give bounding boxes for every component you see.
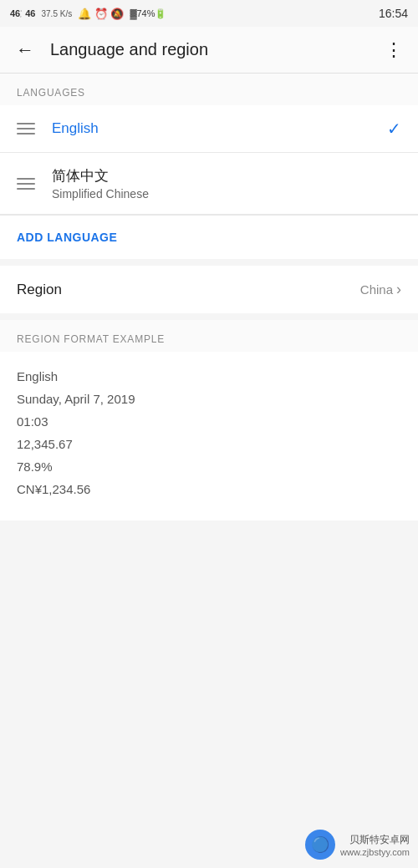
add-language-button[interactable]: ADD LANGUAGE (0, 215, 418, 259)
format-line-number: 12,345.67 (17, 433, 401, 455)
watermark-icon: 🔵 (305, 830, 335, 860)
app-bar: ← Language and region ⋮ (0, 27, 418, 74)
format-line-language: English (17, 365, 401, 388)
more-dots-icon: ⋮ (385, 39, 402, 61)
region-label: Region (17, 282, 360, 298)
add-language-label: ADD LANGUAGE (17, 231, 117, 244)
battery-status: ▓74%🔋 (130, 8, 166, 19)
watermark-site-name: 贝斯特安卓网 (340, 833, 410, 847)
more-options-button[interactable]: ⋮ (375, 32, 411, 69)
data-speed: 37.5 K/s (42, 9, 73, 18)
language-item-chinese[interactable]: 简体中文 Simplified Chinese (0, 153, 418, 215)
format-header: REGION FORMAT EXAMPLE (0, 320, 418, 352)
signal-icon-2: 46 (25, 8, 35, 18)
lang-name-english: English (52, 120, 387, 137)
lang-info-english: English (52, 120, 387, 137)
selected-checkmark-icon: ✓ (387, 119, 401, 139)
languages-header: LANGUAGES (0, 74, 418, 105)
watermark-text: 贝斯特安卓网 www.zjbstyy.com (340, 833, 410, 857)
format-line-currency: CN¥1,234.56 (17, 478, 401, 500)
format-section: REGION FORMAT EXAMPLE English Sunday, Ap… (0, 320, 418, 520)
page-title: Language and region (50, 40, 375, 59)
back-arrow-icon: ← (16, 39, 34, 61)
status-left: 46 ᷊ᷤ 46 37.5 K/s 🔔 ⏰ 🔕 ▓74%🔋 (10, 8, 166, 20)
chevron-right-icon: › (396, 281, 401, 298)
format-content: English Sunday, April 7, 2019 01:03 12,3… (0, 352, 418, 520)
watermark: 🔵 贝斯特安卓网 www.zjbstyy.com (305, 830, 410, 860)
lang-subtitle-chinese: Simplified Chinese (52, 187, 401, 201)
notification-icons: 🔔 ⏰ 🔕 (78, 8, 124, 20)
format-line-percent: 78.9% (17, 455, 401, 478)
languages-section: LANGUAGES English ✓ 简体中文 Simplified Chin… (0, 74, 418, 259)
drag-handle-chinese[interactable] (17, 178, 35, 190)
back-button[interactable]: ← (7, 32, 43, 69)
clock: 16:54 (379, 7, 408, 20)
format-line-time: 01:03 (17, 410, 401, 433)
region-section: Region China › (0, 266, 418, 313)
status-bar: 46 ᷊ᷤ 46 37.5 K/s 🔔 ⏰ 🔕 ▓74%🔋 16:54 (0, 0, 418, 27)
format-line-date: Sunday, April 7, 2019 (17, 388, 401, 410)
status-right: 16:54 (379, 7, 408, 20)
lang-name-chinese: 简体中文 (52, 166, 401, 185)
drag-handle-english[interactable] (17, 123, 35, 135)
lang-info-chinese: 简体中文 Simplified Chinese (52, 166, 401, 201)
region-item[interactable]: Region China › (0, 266, 418, 313)
signal-icon-1: 46 (10, 8, 20, 18)
region-value: China (360, 282, 393, 297)
watermark-url: www.zjbstyy.com (340, 847, 410, 857)
language-item-english[interactable]: English ✓ (0, 105, 418, 153)
